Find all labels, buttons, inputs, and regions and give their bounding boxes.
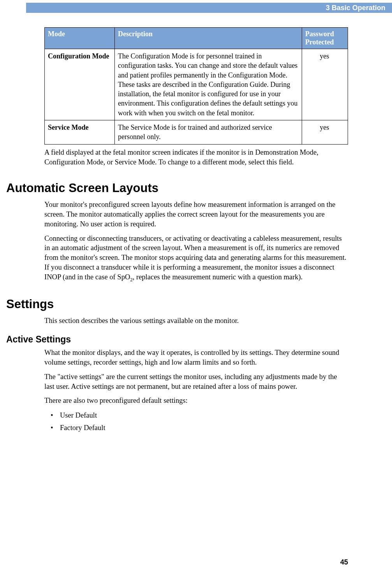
- after-table-paragraph: A field displayed at the fetal monitor s…: [44, 148, 348, 167]
- page-content: Mode Description Password Protected Conf…: [44, 27, 348, 434]
- table-header-mode: Mode: [45, 28, 115, 49]
- table-row: Service Mode The Service Mode is for tra…: [45, 120, 348, 145]
- table-row: Configuration Mode The Configuration Mod…: [45, 49, 348, 120]
- paragraph: The "active settings" are the current se…: [44, 372, 348, 392]
- heading-active-settings: Active Settings: [6, 334, 348, 345]
- paragraph: There are also two preconfigured default…: [44, 396, 348, 406]
- heading-automatic-screen-layouts: Automatic Screen Layouts: [6, 181, 348, 195]
- paragraph: Your monitor's preconfigured screen layo…: [44, 200, 348, 229]
- table-header-description: Description: [115, 28, 302, 49]
- table-header-password: Password Protected: [302, 28, 348, 49]
- heading-settings: Settings: [6, 297, 348, 311]
- page-header: 3 Basic Operation: [26, 3, 392, 13]
- paragraph: Connecting or disconnecting transducers,…: [44, 234, 348, 283]
- chapter-title: 3 Basic Operation: [326, 4, 385, 12]
- list-item: User Default: [53, 409, 348, 422]
- page-number: 45: [340, 558, 348, 566]
- cell-description: The Service Mode is for trained and auth…: [115, 120, 302, 145]
- text-run: , replaces the measurement numeric with …: [133, 273, 303, 281]
- mode-table: Mode Description Password Protected Conf…: [44, 27, 348, 145]
- bullet-list: User Default Factory Default: [44, 409, 348, 434]
- cell-description: The Configuration Mode is for personnel …: [115, 49, 302, 120]
- cell-mode: Configuration Mode: [45, 49, 115, 120]
- cell-password: yes: [302, 120, 348, 145]
- cell-password: yes: [302, 49, 348, 120]
- paragraph: What the monitor displays, and the way i…: [44, 348, 348, 367]
- list-item: Factory Default: [53, 422, 348, 434]
- cell-mode: Service Mode: [45, 120, 115, 145]
- paragraph: This section describes the various setti…: [44, 316, 348, 326]
